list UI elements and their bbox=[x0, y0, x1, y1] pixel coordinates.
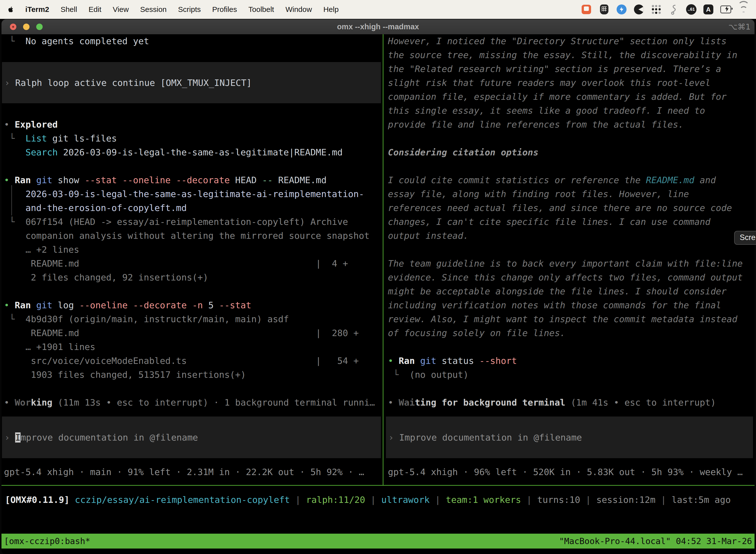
input-source-icon[interactable]: A bbox=[703, 4, 713, 14]
omx-version: [OMX#0.11.9] bbox=[5, 495, 69, 505]
apps-grid-icon[interactable] bbox=[651, 4, 661, 14]
menu-window[interactable]: Window bbox=[286, 5, 312, 13]
explored-search-line: Search 2026-03-09-is-legal-the-same-as-l… bbox=[4, 146, 381, 159]
menu-status-icons: ..61 A bbox=[581, 4, 749, 15]
inject-banner-text: › Ralph loop active continue [OMX_TMUX_I… bbox=[4, 78, 252, 88]
menu-session[interactable]: Session bbox=[140, 5, 167, 13]
reasoning-line: essay file, along with finding root file… bbox=[388, 187, 754, 201]
reasoning-line: changes, I can't cite specific file line… bbox=[388, 215, 754, 229]
close-button[interactable] bbox=[10, 23, 16, 30]
battery-icon[interactable] bbox=[720, 4, 731, 15]
tmux-host-clock: "MacBook-Pro-44.local" 04:52 31-Mar-26 bbox=[559, 536, 752, 546]
git-show-stat-line: README.md | 4 + bbox=[4, 257, 381, 271]
menu-toolbelt[interactable]: Toolbelt bbox=[249, 5, 274, 13]
reasoning-line: review. Also, I might want to inspect th… bbox=[388, 312, 754, 326]
git-log-more-line: … +1901 lines bbox=[4, 340, 381, 354]
menu-profiles[interactable]: Profiles bbox=[212, 5, 237, 13]
window-title: omx --xhigh --madmax bbox=[1, 19, 755, 34]
omx-status-bar: [OMX#0.11.9] cczip/essay/ai-reimplementa… bbox=[5, 493, 754, 507]
reasoning-line: including verification notes with those … bbox=[388, 298, 754, 312]
reasoning-line: the source tree, missing the essay. Stil… bbox=[388, 48, 754, 62]
model-status-line: gpt-5.4 xhigh · 96% left · 520K in · 5.8… bbox=[388, 465, 754, 479]
git-show-commit-line: └ 067f154 (HEAD -> essay/ai-reimplementa… bbox=[4, 215, 381, 229]
recording-indicator-icon[interactable] bbox=[581, 4, 592, 15]
model-status-line: gpt-5.4 xhigh · main · 91% left · 2.31M … bbox=[4, 465, 381, 479]
explored-header: • Explored bbox=[4, 118, 381, 131]
reasoning-line: provide file and line references from th… bbox=[388, 118, 754, 131]
omx-session: session:12m bbox=[596, 495, 655, 505]
git-show-file-line2: and-the-erosion-of-copyleft.md bbox=[4, 201, 381, 215]
reasoning-line: I could cite commit statistics or refere… bbox=[388, 173, 754, 187]
reasoning-heading: Considering citation options bbox=[388, 146, 754, 159]
screen-edge-tooltip[interactable]: Scre bbox=[734, 231, 756, 245]
omx-team: team:1 workers bbox=[446, 495, 521, 505]
reasoning-line: output instead. bbox=[388, 229, 754, 243]
git-show-command: • Ran git show --stat --oneline --decora… bbox=[4, 173, 381, 187]
omx-branch: cczip/essay/ai-reimplementation-copyleft bbox=[75, 495, 290, 505]
reasoning-line: evidence. Since this change only affects… bbox=[388, 271, 754, 284]
omx-last: last:5m ago bbox=[672, 495, 731, 505]
git-status-command: • Ran git status --short bbox=[388, 354, 754, 368]
omx-mode: ultrawork bbox=[381, 495, 430, 505]
minimize-button[interactable] bbox=[23, 23, 29, 30]
git-show-summary-line: 2 files changed, 92 insertions(+) bbox=[4, 271, 381, 284]
git-log-summary-line: 1903 files changed, 513517 insertions(+) bbox=[4, 368, 381, 382]
menu-bar: iTerm2ShellEditViewSessionScriptsProfile… bbox=[0, 0, 756, 19]
tmux-session-label[interactable]: [omx-cczip0:bash* bbox=[4, 536, 90, 546]
menu-edit[interactable]: Edit bbox=[88, 5, 102, 13]
apple-menu-icon[interactable] bbox=[7, 5, 14, 14]
menu-shell[interactable]: Shell bbox=[61, 5, 77, 13]
right-terminal-pane[interactable]: However, I noticed the "Directory Struct… bbox=[385, 34, 755, 485]
inject-banner: › Ralph loop active continue [OMX_TMUX_I… bbox=[2, 62, 381, 103]
squiggle-icon[interactable] bbox=[668, 4, 679, 15]
git-log-command: • Ran git log --oneline --decorate -n 5 … bbox=[4, 298, 381, 312]
terminal-panes: └ No agents completed yet › Ralph loop a… bbox=[1, 34, 755, 485]
reasoning-line: this single essay, it seems like a good … bbox=[388, 104, 754, 118]
zoom-button[interactable] bbox=[36, 23, 43, 30]
working-status-line: • Working (11m 13s • esc to interrupt) ·… bbox=[4, 396, 381, 409]
reasoning-line: references need actual files, and since … bbox=[388, 201, 754, 215]
git-show-file-line: 2026-03-09-is-legal-the-same-as-legitima… bbox=[4, 187, 381, 201]
reasoning-line: The team guideline is to back every impo… bbox=[388, 257, 754, 271]
explored-list-line: └ List git ls-files bbox=[4, 131, 381, 146]
menu-iterm2[interactable]: iTerm2 bbox=[25, 5, 49, 13]
prompt-input-text: › Improve documentation in @filename bbox=[4, 432, 198, 443]
git-log-stat-line2: src/voice/voiceModeEnabled.ts | 54 + bbox=[4, 354, 381, 368]
menu-view[interactable]: View bbox=[113, 5, 129, 13]
menu-items: iTerm2ShellEditViewSessionScriptsProfile… bbox=[25, 5, 350, 14]
omx-ralph-count: ralph:11/20 bbox=[306, 495, 365, 505]
git-log-stat-line: README.md | 280 + bbox=[4, 326, 381, 340]
menu-help[interactable]: Help bbox=[323, 5, 339, 13]
prompt-input[interactable]: › Improve documentation in @filename bbox=[386, 417, 753, 458]
prompt-input[interactable]: › Improve documentation in @filename bbox=[2, 417, 381, 458]
tmux-status-bar: [omx-cczip0:bash* "MacBook-Pro-44.local"… bbox=[1, 534, 755, 549]
reasoning-line: might be acceptable alongside the file l… bbox=[388, 284, 754, 298]
git-log-commit-line: └ 4b9d30f (origin/main, instructkr/main,… bbox=[4, 312, 381, 326]
prompt-input-text: › Improve documentation in @filename bbox=[388, 432, 582, 443]
reasoning-line: of focusing solely on file lines. bbox=[388, 326, 754, 340]
battery-percent-badge[interactable]: ..61 bbox=[686, 4, 696, 15]
kaleidoscope-icon[interactable] bbox=[633, 4, 644, 15]
pane-divider[interactable] bbox=[383, 34, 383, 485]
git-show-commit-line2: companion analysis without altering the … bbox=[4, 229, 381, 243]
iterm2-window: omx --xhigh --madmax ⌥⌘1 └ No agents com… bbox=[1, 19, 755, 554]
waiting-status-line: • Waiting for background terminal (1m 41… bbox=[388, 396, 754, 409]
left-terminal-pane[interactable]: └ No agents completed yet › Ralph loop a… bbox=[1, 34, 382, 485]
no-output-line: └ (no output) bbox=[388, 368, 754, 382]
shield-grid-icon[interactable] bbox=[599, 4, 610, 15]
window-shortcut: ⌥⌘1 bbox=[729, 19, 751, 34]
reasoning-line: slight risk that future readers may over… bbox=[388, 76, 754, 90]
pane-separator-line bbox=[1, 485, 755, 486]
title-bar: omx --xhigh --madmax ⌥⌘1 bbox=[1, 19, 755, 34]
wifi-icon[interactable] bbox=[738, 5, 749, 14]
git-show-more-line: … +2 lines bbox=[4, 243, 381, 257]
reasoning-line: However, I noticed the "Directory Struct… bbox=[388, 34, 754, 48]
speedtest-icon[interactable] bbox=[617, 4, 627, 14]
agents-note-line: └ No agents completed yet bbox=[4, 34, 381, 48]
menu-scripts[interactable]: Scripts bbox=[178, 5, 201, 13]
omx-turns: turns:10 bbox=[537, 495, 580, 505]
reasoning-line: companion file, especially if more comme… bbox=[388, 90, 754, 104]
reasoning-line: the "Related research writing" section i… bbox=[388, 62, 754, 76]
